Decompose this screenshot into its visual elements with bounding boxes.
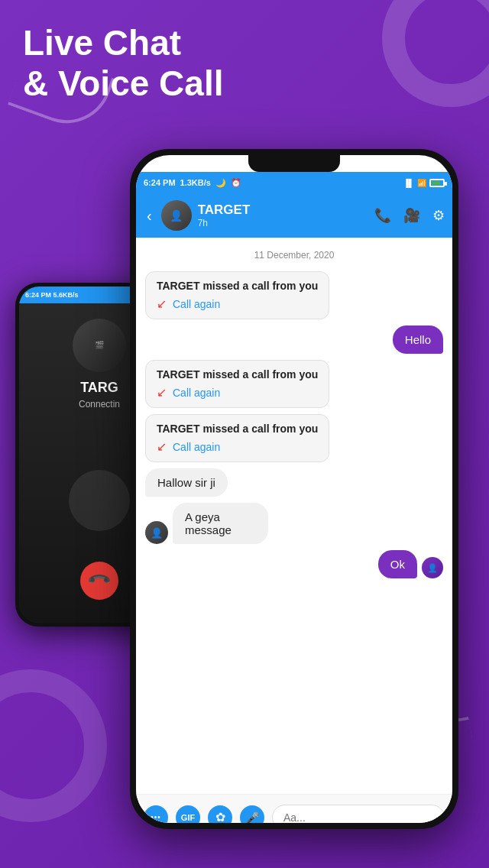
status-time: 6:24 PM xyxy=(144,178,176,187)
signal-icon: ▐▌ xyxy=(403,179,414,187)
call-missed-title-3: TARGET missed a call from you xyxy=(157,423,318,435)
chat-header: ‹ 👤 TARGET 7h 📞 🎥 ⚙ xyxy=(136,193,452,238)
call-missed-title-1: TARGET missed a call from you xyxy=(157,280,318,292)
flower-button[interactable]: ✿ xyxy=(208,805,232,824)
date-separator: 11 December, 2020 xyxy=(145,250,443,261)
settings-icon[interactable]: ⚙ xyxy=(432,207,445,224)
msg-ok-avatar: 👤 xyxy=(422,557,443,578)
sec-status: Connectin xyxy=(79,399,120,410)
status-bar-left: 6:24 PM 1.3KB/s 🌙 ⏰ xyxy=(144,178,241,188)
contact-last-seen: 7h xyxy=(198,218,368,228)
phone-main-inner: 6:24 PM 1.3KB/s 🌙 ⏰ ▐▌ 📶 ‹ 👤 TARGET 7h xyxy=(136,155,452,823)
call-missed-title-2: TARGET missed a call from you xyxy=(157,368,318,381)
missed-call-icon-2: ↙ xyxy=(157,385,167,400)
missed-call-icon-1: ↙ xyxy=(157,296,167,311)
msg-hallow: Hallow sir ji xyxy=(145,468,228,497)
chat-body: 11 December, 2020 TARGET missed a call f… xyxy=(136,238,452,794)
voice-call-icon[interactable]: 📞 xyxy=(374,207,391,224)
call-bubble-action-2: ↙ Call again xyxy=(157,385,318,400)
sec-name: TARG xyxy=(80,380,118,396)
msg-ok: Ok xyxy=(378,550,417,578)
msg-avatar-small: 👤 xyxy=(145,521,168,544)
contact-avatar: 👤 xyxy=(161,200,192,231)
msg-hello: Hello xyxy=(393,326,443,354)
sec-avatar-large: 🎬 xyxy=(73,319,126,372)
dots-button[interactable]: ••• xyxy=(144,805,168,824)
header-icons: 📞 🎥 ⚙ xyxy=(374,207,445,224)
wifi-icon: 📶 xyxy=(417,179,426,187)
status-speed: 1.3KB/s xyxy=(180,178,211,187)
phone-main: 6:24 PM 1.3KB/s 🌙 ⏰ ▐▌ 📶 ‹ 👤 TARGET 7h xyxy=(130,149,458,829)
back-button[interactable]: ‹ xyxy=(144,204,155,228)
call-again-link-1[interactable]: Call again xyxy=(173,298,220,310)
phone-notch xyxy=(248,155,340,172)
battery-fill xyxy=(432,181,440,185)
dots-icon: ••• xyxy=(151,813,161,821)
status-bar-right: ▐▌ 📶 xyxy=(403,179,445,187)
msg-ageya: A geya message xyxy=(173,503,268,544)
missed-call-icon-3: ↙ xyxy=(157,439,167,454)
call-again-link-2[interactable]: Call again xyxy=(173,387,220,399)
end-call-icon: 📞 xyxy=(86,568,113,594)
chat-input-bar: ••• GIF ✿ 🎤 xyxy=(136,794,452,823)
contact-name: TARGET xyxy=(198,202,368,218)
call-bubble-action-3: ↙ Call again xyxy=(157,439,318,454)
alarm-icon: ⏰ xyxy=(231,178,241,188)
call-again-link-3[interactable]: Call again xyxy=(173,441,220,453)
sec-status-time: 6:24 PM xyxy=(25,291,51,299)
mic-button[interactable]: 🎤 xyxy=(240,805,264,824)
msg-ageya-container: 👤 A geya message xyxy=(145,503,282,544)
mic-icon: 🎤 xyxy=(246,811,259,824)
status-bar: 6:24 PM 1.3KB/s 🌙 ⏰ ▐▌ 📶 xyxy=(136,172,452,193)
gif-icon: GIF xyxy=(181,813,195,822)
hero-title: Live Chat& Voice Call xyxy=(23,23,223,104)
flower-icon: ✿ xyxy=(215,810,225,823)
sec-status-speed: 5.6KB/s xyxy=(53,291,79,299)
gif-button[interactable]: GIF xyxy=(176,805,200,824)
call-bubble-action-1: ↙ Call again xyxy=(157,296,318,311)
sec-end-call-button[interactable]: 📞 xyxy=(80,562,118,600)
chat-header-info: TARGET 7h xyxy=(198,202,368,228)
video-call-icon[interactable]: 🎥 xyxy=(403,207,420,224)
call-missed-bubble-1: TARGET missed a call from you ↙ Call aga… xyxy=(145,271,329,319)
sec-call-decor xyxy=(69,470,130,531)
moon-icon: 🌙 xyxy=(215,178,226,188)
battery-icon xyxy=(429,179,445,187)
message-input[interactable] xyxy=(272,805,445,824)
call-missed-bubble-2: TARGET missed a call from you ↙ Call aga… xyxy=(145,360,329,408)
msg-ok-container: Ok 👤 xyxy=(378,550,443,578)
call-missed-bubble-3: TARGET missed a call from you ↙ Call aga… xyxy=(145,414,329,462)
